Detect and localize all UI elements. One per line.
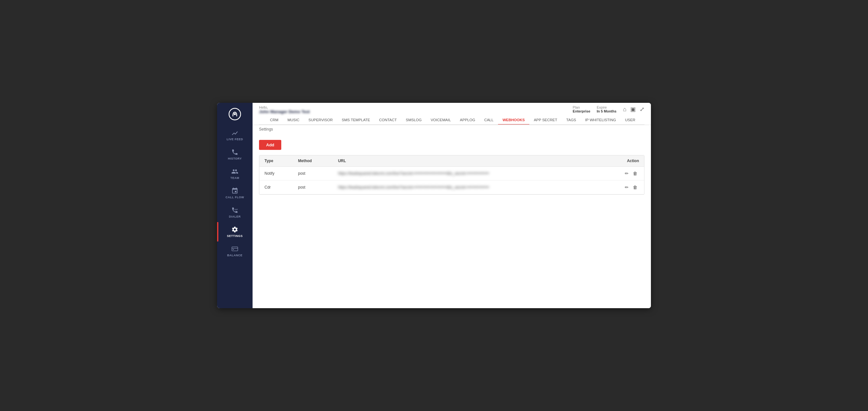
row1-method: post — [293, 167, 333, 180]
row2-delete-button[interactable]: 🗑 — [631, 184, 639, 191]
tab-smslog[interactable]: SMSLOG — [401, 115, 426, 125]
sidebar-nav: LIVE FEED HISTORY TEAM CALL FLOW SIP DIA… — [217, 126, 253, 308]
user-info: Hello, John Manager Demo Test — [259, 105, 310, 114]
tab-voicemail[interactable]: VOICEMAIL — [426, 115, 456, 125]
col-method: Method — [293, 156, 333, 167]
main-content: Hello, John Manager Demo Test Plan Enter… — [253, 103, 651, 308]
header: Hello, John Manager Demo Test Plan Enter… — [253, 103, 651, 125]
sidebar-item-dialer[interactable]: SIP DIALER — [217, 203, 253, 222]
tab-call[interactable]: CALL — [479, 115, 498, 125]
row2-edit-button[interactable]: ✏ — [623, 184, 630, 191]
tab-plan-upgrade[interactable]: PLAN UPGRADE — [640, 115, 645, 125]
table-header-row: Type Method URL Action — [259, 156, 644, 167]
tab-user[interactable]: USER — [621, 115, 640, 125]
col-action: Action — [600, 156, 644, 167]
hello-text: Hello, — [259, 105, 310, 109]
add-button[interactable]: Add — [259, 140, 281, 150]
tab-applog[interactable]: APPLOG — [456, 115, 479, 125]
row1-url: https://leadsquared.telecmi.com/live?sec… — [333, 167, 600, 180]
svg-point-1 — [234, 113, 236, 115]
tab-music[interactable]: MUSIC — [283, 115, 304, 125]
tab-crm[interactable]: CRM — [266, 115, 283, 125]
row2-url: https://leadsquared.telecmi.com/live?sec… — [333, 180, 600, 194]
logo — [227, 106, 243, 122]
svg-text:SIP: SIP — [235, 209, 238, 210]
tab-supervisor[interactable]: SUPERVISOR — [304, 115, 337, 125]
svg-rect-4 — [233, 249, 234, 250]
row1-edit-button[interactable]: ✏ — [623, 170, 630, 177]
breadcrumb: Settings — [253, 125, 651, 133]
expand-icon[interactable]: ⤢ — [640, 106, 645, 113]
tab-app-secret[interactable]: APP SECRET — [529, 115, 562, 125]
home-icon[interactable]: ⌂ — [623, 106, 626, 113]
table-row: Notify post https://leadsquared.telecmi.… — [259, 167, 644, 180]
tab-ip-whitelisting[interactable]: IP WHITELISTING — [581, 115, 621, 125]
tablet-icon[interactable]: ▣ — [630, 106, 636, 113]
row2-actions: ✏ 🗑 — [600, 180, 644, 194]
plan-section: Plan Enterprise — [573, 105, 590, 113]
header-top: Hello, John Manager Demo Test Plan Enter… — [259, 105, 645, 114]
row2-type: Cdr — [259, 180, 293, 194]
col-type: Type — [259, 156, 293, 167]
sidebar: LIVE FEED HISTORY TEAM CALL FLOW SIP DIA… — [217, 103, 253, 308]
tab-contact[interactable]: CONTACT — [374, 115, 401, 125]
sidebar-item-balance[interactable]: BALANCE — [217, 241, 253, 261]
tab-tags[interactable]: TAGS — [562, 115, 581, 125]
row2-method: post — [293, 180, 333, 194]
webhooks-table: Type Method URL Action Notify post https… — [259, 156, 644, 194]
sidebar-item-history[interactable]: HISTORY — [217, 145, 253, 164]
sidebar-item-settings[interactable]: SETTINGS — [217, 222, 253, 241]
col-url: URL — [333, 156, 600, 167]
row1-type: Notify — [259, 167, 293, 180]
content-area: Add Type Method URL Action Notify — [253, 133, 651, 308]
settings-tabs: CRM MUSIC SUPERVISOR SMS TEMPLATE CONTAC… — [259, 115, 645, 125]
plan-info: Plan Enterprise Expire In 5 Months — [573, 105, 617, 113]
webhooks-table-container: Type Method URL Action Notify post https… — [259, 155, 645, 195]
user-name: John Manager Demo Test — [259, 109, 310, 114]
sidebar-item-team[interactable]: TEAM — [217, 164, 253, 183]
header-right: Plan Enterprise Expire In 5 Months ⌂ ▣ ⤢ — [573, 105, 645, 113]
tab-sms-template[interactable]: SMS TEMPLATE — [337, 115, 374, 125]
tab-webhooks[interactable]: WEBHOOKS — [498, 115, 529, 125]
row1-delete-button[interactable]: 🗑 — [631, 170, 639, 177]
row1-actions: ✏ 🗑 — [600, 167, 644, 180]
sidebar-item-live-feed[interactable]: LIVE FEED — [217, 126, 253, 145]
expire-section: Expire In 5 Months — [597, 105, 616, 113]
table-row: Cdr post https://leadsquared.telecmi.com… — [259, 180, 644, 194]
svg-rect-3 — [232, 247, 238, 251]
header-icons: ⌂ ▣ ⤢ — [623, 106, 645, 113]
sidebar-item-call-flow[interactable]: CALL FLOW — [217, 183, 253, 203]
